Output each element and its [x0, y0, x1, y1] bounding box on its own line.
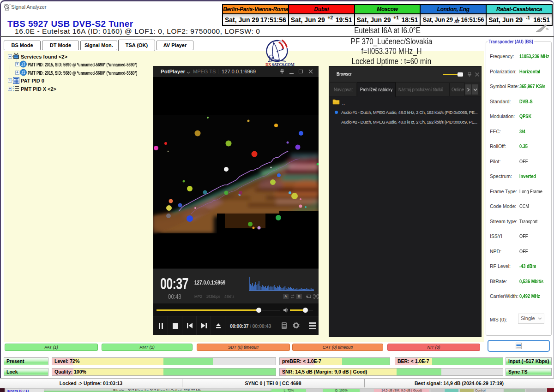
svg-text:%: %	[546, 27, 549, 30]
